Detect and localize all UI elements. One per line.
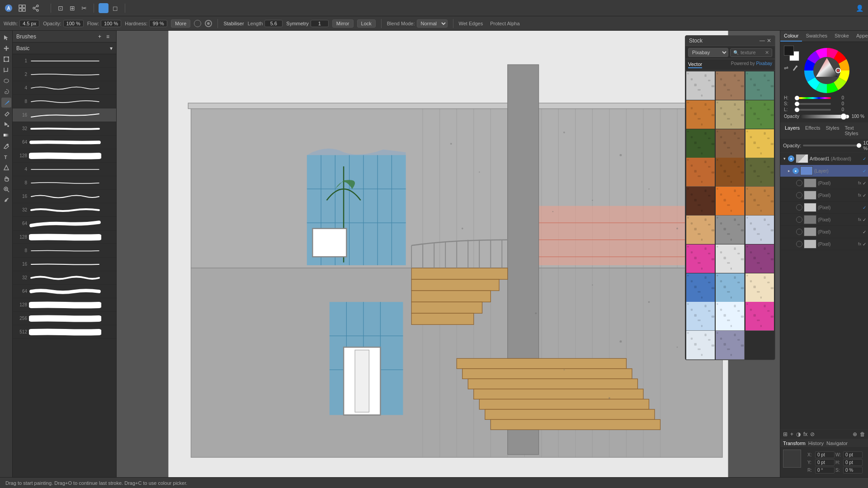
layers-add-group-button[interactable]: ⊞ (783, 431, 788, 437)
layer-item-pixel-3[interactable]: (Pixel) ✓ (780, 202, 868, 214)
tab-effects[interactable]: Effects (803, 124, 822, 137)
layer-visibility-pixel3[interactable] (796, 204, 802, 211)
layer-check-pixel3[interactable]: ✓ (863, 205, 866, 210)
tab-appearance[interactable]: Appearance (853, 31, 868, 42)
brush-row-17[interactable]: 64 (13, 285, 116, 298)
sat-slider[interactable] (795, 103, 831, 105)
paint-brush-tool[interactable] (99, 3, 108, 13)
layer-expand-layer[interactable]: ▸ (787, 169, 791, 173)
lock-button[interactable]: Lock (357, 19, 376, 28)
slice-tool[interactable]: ✂ (79, 3, 89, 13)
stock-item-11[interactable] (745, 158, 774, 186)
brush-row-13[interactable]: 128 (13, 230, 116, 244)
r-value[interactable]: 0 ° (815, 467, 835, 474)
brushes-category-dropdown[interactable]: Basic ▾ (13, 42, 116, 54)
app-logo[interactable]: A (4, 3, 14, 13)
layer-visibility-pixel1[interactable] (796, 180, 802, 186)
brushes-menu-button[interactable]: ≡ (106, 33, 113, 40)
layer-item-layer[interactable]: ▸ ● (Layer) ✓ (780, 165, 868, 177)
stock-minimize-button[interactable]: — (760, 38, 765, 44)
stock-item-19[interactable] (716, 244, 744, 273)
layer-expand-pixel4[interactable] (791, 217, 795, 222)
lum-slider[interactable] (795, 109, 831, 111)
brush-row-1[interactable]: 2 (13, 68, 116, 81)
layer-check-pixel5[interactable]: ✓ (863, 230, 866, 235)
brush-row-20[interactable]: 512 (13, 325, 116, 339)
stock-item-4[interactable] (716, 100, 744, 129)
stock-tab-vector[interactable]: Vector (688, 61, 702, 68)
brush-row-7[interactable]: 128 (13, 149, 116, 163)
stock-item-15[interactable] (686, 216, 715, 244)
ellipse-select[interactable] (1, 76, 11, 86)
foreground-color-swatch[interactable] (784, 46, 794, 56)
layer-expand-artboard[interactable]: ▾ (782, 156, 787, 161)
stock-close-button[interactable]: ✕ (767, 38, 771, 44)
move-tool[interactable] (1, 43, 11, 53)
layers-mask-button[interactable]: ◑ (796, 431, 801, 437)
stock-item-0[interactable] (686, 71, 715, 100)
brush-row-11[interactable]: 32 (13, 203, 116, 217)
text-tool[interactable]: T (1, 152, 11, 162)
swap-colors-button[interactable]: ⇌ (784, 65, 791, 72)
stock-item-2[interactable] (745, 71, 774, 100)
brush-row-6[interactable]: 64 (13, 136, 116, 149)
layer-expand-pixel5[interactable] (791, 230, 795, 234)
brush-row-15[interactable]: 16 (13, 258, 116, 271)
stock-item-12[interactable] (686, 187, 715, 215)
brush-row-12[interactable]: 64 (13, 217, 116, 230)
layers-add-layer-button[interactable]: + (790, 431, 793, 437)
x-value[interactable]: 0 pt (815, 451, 835, 458)
stock-item-14[interactable] (745, 187, 774, 215)
stock-item-8[interactable] (745, 129, 774, 158)
layer-check-layer[interactable]: ✓ (863, 169, 866, 174)
stock-item-26[interactable] (745, 302, 774, 330)
crop-tool[interactable]: ⊞ (67, 3, 77, 13)
width-value[interactable]: 4.5 px (19, 20, 39, 27)
tab-layers[interactable]: Layers (783, 124, 802, 137)
hand-tool[interactable] (1, 174, 11, 183)
brush-row-5[interactable]: 32 (13, 122, 116, 136)
layer-item-pixel-4[interactable]: (Pixel) fx ✓ (780, 214, 868, 226)
eraser-tool-left[interactable] (1, 108, 11, 118)
stock-search-clear[interactable]: ✕ (765, 50, 769, 56)
s-value[interactable]: 0 % (843, 467, 863, 474)
layer-visibility-pixel2[interactable] (796, 192, 802, 198)
tab-swatches[interactable]: Swatches (802, 31, 831, 42)
canvas-area[interactable]: Stock — ✕ Pixabay 🔍 texture ✕ Vector Pow… (117, 31, 780, 477)
layer-visibility-pixel6[interactable] (796, 241, 802, 247)
stock-item-23[interactable] (745, 273, 774, 302)
shape-tool[interactable] (1, 163, 11, 173)
length-value[interactable]: 5.6 (264, 20, 283, 27)
layer-check-pixel6[interactable]: ✓ (863, 242, 866, 247)
brush-row-18[interactable]: 128 (13, 298, 116, 312)
layer-check-pixel2[interactable]: ✓ (863, 193, 866, 198)
tab-text-styles[interactable]: Text Styles (843, 124, 865, 137)
stock-item-17[interactable] (745, 216, 774, 244)
cursor-tool[interactable] (1, 33, 11, 42)
layer-visibility-pixel4[interactable] (796, 216, 802, 223)
stock-item-20[interactable] (745, 244, 774, 273)
user-icon[interactable]: 👤 (854, 3, 864, 13)
symmetry-value[interactable]: 1 (311, 20, 329, 27)
layer-item-pixel-5[interactable]: (Pixel) ✓ (780, 226, 868, 238)
tab-stroke[interactable]: Stroke (831, 31, 853, 42)
stock-item-5[interactable] (745, 100, 774, 129)
brush-row-14[interactable]: 8 (13, 244, 116, 258)
brush-row-19[interactable]: 256 (13, 312, 116, 325)
layer-visibility-pixel5[interactable] (796, 229, 802, 235)
gradient-tool[interactable] (1, 130, 11, 140)
brush-row-10[interactable]: 16 (13, 190, 116, 203)
w-value[interactable]: 0 pt (843, 451, 863, 458)
blend-mode-select[interactable]: Normal Multiply Screen Overlay (417, 19, 448, 28)
share-button[interactable] (31, 3, 41, 13)
brushes-add-button[interactable]: + (98, 33, 104, 40)
opacity-handle[interactable] (840, 113, 847, 120)
stock-item-21[interactable] (686, 273, 715, 302)
h-value[interactable]: 0 pt (843, 459, 863, 466)
brush-row-9[interactable]: 8 (13, 176, 116, 190)
layers-delete-button[interactable]: 🗑 (860, 431, 865, 437)
brush-row-4[interactable]: 16 (13, 108, 116, 122)
brush-row-3[interactable]: 8 (13, 95, 116, 108)
hardness-value[interactable]: 99 % (149, 20, 167, 27)
fill-tool[interactable] (1, 119, 11, 129)
